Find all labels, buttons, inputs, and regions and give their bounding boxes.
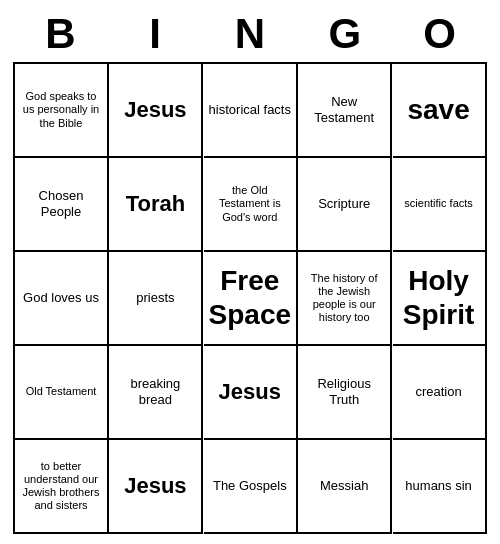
header-letter: O (395, 10, 485, 58)
bingo-cell: God loves us (15, 252, 109, 346)
bingo-cell: the Old Testament is God's word (204, 158, 298, 252)
bingo-cell: Torah (109, 158, 203, 252)
bingo-header: BINGO (13, 10, 487, 58)
header-letter: G (300, 10, 390, 58)
bingo-cell: The Gospels (204, 440, 298, 534)
header-letter: N (205, 10, 295, 58)
header-letter: B (15, 10, 105, 58)
bingo-cell: Jesus (109, 64, 203, 158)
bingo-cell: The history of the Jewish people is our … (298, 252, 392, 346)
header-letter: I (110, 10, 200, 58)
bingo-cell: to better understand our Jewish brothers… (15, 440, 109, 534)
bingo-cell: Jesus (109, 440, 203, 534)
bingo-cell: Chosen People (15, 158, 109, 252)
bingo-cell: humans sin (393, 440, 487, 534)
bingo-cell: New Testament (298, 64, 392, 158)
bingo-cell: God speaks to us personally in the Bible (15, 64, 109, 158)
bingo-cell: Free Space (204, 252, 298, 346)
bingo-cell: priests (109, 252, 203, 346)
bingo-cell: breaking bread (109, 346, 203, 440)
bingo-cell: historical facts (204, 64, 298, 158)
bingo-cell: scientific facts (393, 158, 487, 252)
bingo-cell: Old Testament (15, 346, 109, 440)
bingo-card: BINGO God speaks to us personally in the… (5, 2, 495, 542)
bingo-cell: save (393, 64, 487, 158)
bingo-cell: Scripture (298, 158, 392, 252)
bingo-cell: Holy Spirit (393, 252, 487, 346)
bingo-cell: Religious Truth (298, 346, 392, 440)
bingo-cell: Messiah (298, 440, 392, 534)
bingo-cell: creation (393, 346, 487, 440)
bingo-cell: Jesus (204, 346, 298, 440)
bingo-grid: God speaks to us personally in the Bible… (13, 62, 487, 534)
